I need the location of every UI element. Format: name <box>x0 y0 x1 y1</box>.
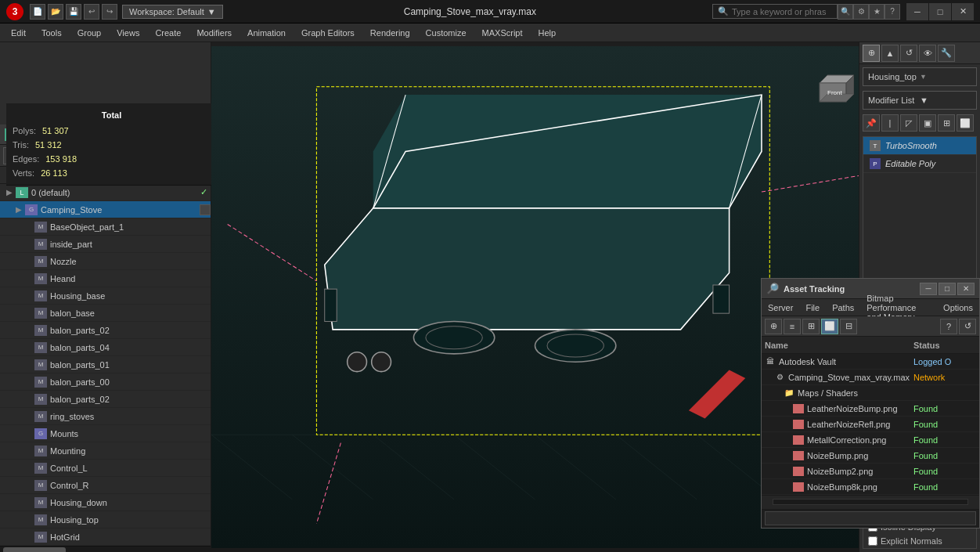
asset-refresh-btn[interactable]: ↺ <box>959 319 976 334</box>
open-btn[interactable]: 📂 <box>48 4 63 20</box>
menu-graph-editors[interactable]: Graph Editors <box>294 27 362 39</box>
menu-group[interactable]: Group <box>70 27 110 39</box>
layer-merge-btn[interactable]: ⊕ <box>3 147 20 164</box>
asset-row[interactable]: LeatherNoizeBump.png Found <box>762 401 979 417</box>
new-btn[interactable]: 📄 <box>30 4 45 20</box>
utilities-panel-btn[interactable]: 🔧 <box>938 45 955 62</box>
modify-panel-btn[interactable]: ⊕ <box>863 45 880 62</box>
list-item[interactable]: M inside_part <box>0 236 211 253</box>
asset-row[interactable]: MetallCorrection.png Found <box>762 432 979 448</box>
modifier-item-turbosmooth[interactable]: T TurboSmooth <box>863 137 976 155</box>
layer-move-down-btn[interactable]: ▼ <box>116 147 133 164</box>
list-item[interactable]: M Control_L <box>0 460 211 477</box>
asset-row[interactable]: NoizeBump2.png Found <box>762 464 979 479</box>
workspace-button[interactable]: Workspace: Default ▼ <box>122 5 223 19</box>
list-item[interactable]: M balon_parts_04 <box>0 339 211 356</box>
layer-hide-btn[interactable] <box>200 204 211 215</box>
list-item[interactable]: M balon_parts_02 <box>0 322 211 339</box>
list-item[interactable]: M Nozzle <box>0 253 211 270</box>
asset-row[interactable]: ⚙ Camping_Stove_max_vray.max Network <box>762 370 979 385</box>
list-item[interactable]: G Mounts <box>0 425 211 442</box>
asset-menu-server[interactable]: Server <box>762 301 799 314</box>
mod-vert-btn[interactable]: | <box>881 114 899 132</box>
list-item[interactable]: M balon_parts_00 <box>0 373 211 391</box>
asset-row[interactable]: 🏛 Autodesk Vault Logged O <box>762 354 979 370</box>
list-item[interactable]: M Housing_base <box>0 287 211 305</box>
layer-expand-btn[interactable]: ⊟ <box>78 147 95 164</box>
view-cube[interactable]: Front <box>813 67 852 114</box>
list-item[interactable]: ▶ G Camping_Stove <box>0 201 211 218</box>
close-button[interactable]: ✕ <box>952 3 974 20</box>
mod-show-btn[interactable]: ⊞ <box>938 114 955 132</box>
modifier-item-editpoly[interactable]: P Editable Poly <box>863 155 976 173</box>
layer-move-up-btn[interactable]: ▲ <box>97 147 114 164</box>
list-item[interactable]: M HotGrid <box>0 529 211 546</box>
asset-path-input[interactable] <box>765 511 976 525</box>
menu-rendering[interactable]: Rendering <box>362 27 418 39</box>
ts-explicit-checkbox[interactable] <box>868 536 877 546</box>
asset-row[interactable]: 📁 Maps / Shaders <box>762 385 979 401</box>
asset-help-btn[interactable]: ? <box>940 319 957 334</box>
menu-animation[interactable]: Animation <box>240 27 294 39</box>
asset-row[interactable]: NoizeBump8k.png Found <box>762 479 979 495</box>
asset-menu-file[interactable]: File <box>799 301 826 314</box>
menu-help[interactable]: Help <box>531 27 564 39</box>
list-item[interactable]: M balon_parts_02 <box>0 391 211 408</box>
asset-tb-btn5[interactable]: ⊟ <box>840 319 857 334</box>
asset-menu-paths[interactable]: Paths <box>826 301 860 314</box>
list-item[interactable]: M Housing_down <box>0 494 211 511</box>
restore-button[interactable]: □ <box>929 3 951 20</box>
modifier-list-dropdown[interactable]: ▼ <box>920 96 971 105</box>
display-panel-btn[interactable]: 👁 <box>919 45 936 62</box>
layers-help-btn[interactable]: ? <box>189 130 193 139</box>
list-item[interactable]: M Housing_top <box>0 511 211 529</box>
object-name-bar[interactable]: Housing_top ▼ <box>863 67 977 86</box>
layer-add-btn[interactable]: + <box>41 147 58 164</box>
search-btn[interactable]: 🔍 <box>838 4 853 20</box>
asset-tb-btn3[interactable]: ⊞ <box>802 319 820 334</box>
settings-btn[interactable]: ⚙ <box>853 4 869 20</box>
layers-close-btn[interactable]: ✕ <box>196 128 206 141</box>
menu-edit[interactable]: Edit <box>3 27 34 39</box>
menu-create[interactable]: Create <box>147 27 189 39</box>
menu-maxscript[interactable]: MAXScript <box>474 27 531 39</box>
undo-btn[interactable]: ↩ <box>84 4 99 20</box>
modifier-list-bar[interactable]: Modifier List ▼ <box>863 91 977 110</box>
help-btn[interactable]: ? <box>885 4 900 20</box>
asset-tb-btn4[interactable]: ⬜ <box>821 319 838 334</box>
asset-menu-options[interactable]: Options <box>937 301 979 314</box>
layer-delete-btn[interactable]: ✕ <box>22 147 39 164</box>
layers-scrollbar[interactable] <box>0 546 211 552</box>
asset-close-btn[interactable]: ✕ <box>957 283 975 295</box>
hierarchy-panel-btn[interactable]: ▲ <box>881 45 899 62</box>
list-item[interactable]: M Control_R <box>0 477 211 494</box>
list-item[interactable]: M balon_base <box>0 305 211 322</box>
list-item[interactable]: M BaseObject_part_1 <box>0 218 211 236</box>
menu-views[interactable]: Views <box>109 27 147 39</box>
menu-tools[interactable]: Tools <box>34 27 70 39</box>
mod-render-btn[interactable]: ⬜ <box>957 114 974 132</box>
menu-customize[interactable]: Customize <box>418 27 474 39</box>
mod-face-btn[interactable]: ▣ <box>919 114 936 132</box>
menu-modifiers[interactable]: Modifiers <box>189 27 240 39</box>
asset-restore-btn[interactable]: □ <box>939 283 956 295</box>
minimize-button[interactable]: ─ <box>906 3 928 20</box>
asset-tb-btn2[interactable]: ≡ <box>784 319 801 334</box>
object-name-dropdown[interactable]: ▼ <box>920 73 971 81</box>
list-item[interactable]: ▶ L 0 (default) ✓ <box>0 184 211 201</box>
list-item[interactable]: M Heand <box>0 270 211 287</box>
list-item[interactable]: M Mounting <box>0 442 211 460</box>
mod-pin-btn[interactable]: 📌 <box>863 114 880 132</box>
redo-btn[interactable]: ↪ <box>102 4 117 20</box>
layer-collapse-btn[interactable]: ⊞ <box>59 147 77 164</box>
asset-row[interactable]: LeatherNoizeRefl.png Found <box>762 417 979 432</box>
list-item[interactable]: M balon_parts_01 <box>0 356 211 373</box>
search-input[interactable] <box>732 7 826 16</box>
mod-edge-btn[interactable]: ◸ <box>900 114 917 132</box>
star-btn[interactable]: ★ <box>869 4 885 20</box>
asset-row[interactable]: NoizeBump.png Found <box>762 448 979 464</box>
motion-panel-btn[interactable]: ↺ <box>900 45 917 62</box>
asset-tb-btn1[interactable]: ⊕ <box>765 319 782 334</box>
list-item[interactable]: M ring_stoves <box>0 408 211 425</box>
save-btn[interactable]: 💾 <box>66 4 81 20</box>
